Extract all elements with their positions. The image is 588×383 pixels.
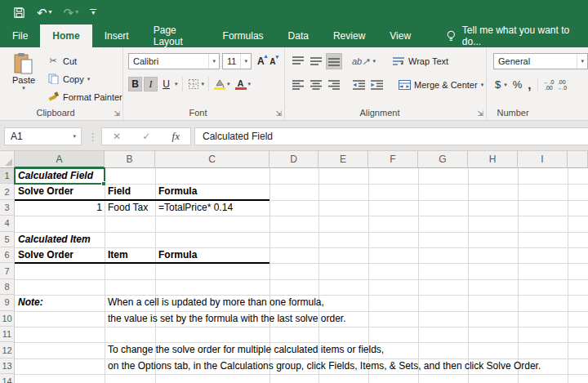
column-header-I[interactable]: I: [518, 151, 568, 168]
cell-B2[interactable]: Field: [108, 184, 153, 199]
number-format-combo[interactable]: General ▾: [493, 53, 588, 69]
top-align-button[interactable]: [290, 53, 306, 69]
column-header-C[interactable]: C: [155, 151, 270, 168]
alignment-dialog-launcher[interactable]: ⇲: [477, 110, 483, 118]
row-header-6[interactable]: 6: [0, 247, 15, 263]
row-header-2[interactable]: 2: [0, 184, 15, 199]
borders-icon[interactable]: [187, 78, 200, 91]
bottom-align-button[interactable]: [326, 53, 342, 69]
cell-A6[interactable]: Solve Order: [18, 247, 102, 263]
currency-caret-icon[interactable]: ▾: [504, 82, 507, 88]
column-header-F[interactable]: F: [368, 151, 418, 168]
row-header-10[interactable]: 10: [0, 311, 15, 327]
cancel-button[interactable]: ✕: [113, 131, 121, 142]
tab-home[interactable]: Home: [40, 24, 91, 47]
wrap-text-button[interactable]: Wrap Text: [390, 54, 450, 69]
row-header-5[interactable]: 5: [0, 232, 15, 247]
cell-B3[interactable]: Food Tax: [108, 200, 153, 216]
undo-caret-icon[interactable]: ▾: [49, 9, 52, 16]
align-center-button[interactable]: [308, 77, 324, 93]
orientation-caret-icon[interactable]: ▾: [372, 58, 376, 65]
customize-quick-access-button[interactable]: ▾: [90, 9, 96, 16]
tab-page-layout[interactable]: Page Layout: [141, 24, 211, 47]
worksheet-grid[interactable]: ABCDEFGHI1234567891011121314Calculated F…: [0, 151, 588, 383]
decrease-decimal-button[interactable]: .00→.0: [556, 79, 567, 91]
row-header-9[interactable]: 9: [0, 295, 15, 310]
font-size-combo[interactable]: 11 ▾: [222, 53, 252, 69]
column-header-G[interactable]: G: [418, 151, 468, 168]
cell-B9[interactable]: When a cell is updated by more than one …: [108, 295, 324, 310]
save-button[interactable]: [13, 7, 25, 19]
increase-decimal-button[interactable]: ←.0.00: [543, 79, 554, 91]
fill-handle[interactable]: [101, 181, 106, 186]
name-box-caret-icon[interactable]: ▾: [68, 133, 81, 140]
decrease-indent-button[interactable]: [350, 77, 367, 93]
comma-style-button[interactable]: ,: [526, 77, 532, 92]
align-left-button[interactable]: [290, 77, 306, 93]
tab-review[interactable]: Review: [321, 24, 377, 47]
column-header-A[interactable]: A: [15, 151, 105, 168]
font-dialog-launcher[interactable]: ⇲: [275, 110, 282, 118]
bold-button[interactable]: B: [128, 77, 142, 91]
cell-B6[interactable]: Item: [108, 247, 153, 263]
fill-color-button[interactable]: [213, 79, 225, 90]
merge-center-caret-icon[interactable]: ▾: [481, 82, 484, 88]
font-name-combo[interactable]: Calibri ▾: [128, 53, 220, 69]
cell-B12[interactable]: To change the solve order for multiple c…: [108, 342, 384, 358]
accounting-format-button[interactable]: $ ▾: [493, 77, 509, 92]
formula-input[interactable]: Calculated Field: [194, 127, 588, 145]
insert-function-button[interactable]: fx: [172, 130, 180, 143]
name-box[interactable]: A1 ▾: [4, 127, 82, 145]
percent-style-button[interactable]: %: [511, 77, 524, 92]
paste-caret-icon[interactable]: ▾: [22, 85, 25, 91]
row-header-4[interactable]: 4: [0, 216, 15, 231]
paste-button[interactable]: Paste ▾: [7, 52, 41, 108]
merge-center-button[interactable]: Merge & Center ▾: [396, 78, 485, 93]
row-header-8[interactable]: 8: [0, 279, 15, 295]
tab-data[interactable]: Data: [276, 24, 321, 47]
select-all-corner[interactable]: [0, 151, 15, 168]
font-color-button[interactable]: A: [235, 79, 247, 90]
tab-formulas[interactable]: Formulas: [211, 24, 276, 47]
column-header-B[interactable]: B: [105, 151, 155, 168]
clipboard-dialog-launcher[interactable]: ⇲: [114, 110, 120, 118]
fill-color-caret-icon[interactable]: ▾: [227, 81, 230, 87]
column-header-D[interactable]: D: [270, 151, 318, 168]
increase-indent-button[interactable]: [368, 77, 385, 93]
tell-me-box[interactable]: Tell me what you want to do...: [446, 24, 588, 47]
increase-font-size-button[interactable]: A▴: [257, 56, 267, 67]
cut-button[interactable]: ✂ Cut: [45, 53, 124, 69]
undo-button[interactable]: ↶ ▾: [37, 7, 52, 19]
row-header-1[interactable]: 1: [0, 168, 15, 184]
cell-A3[interactable]: 1: [18, 200, 102, 216]
font-name-caret-icon[interactable]: ▾: [208, 54, 219, 69]
column-header-E[interactable]: E: [318, 151, 368, 168]
middle-align-button[interactable]: [308, 53, 324, 69]
font-color-caret-icon[interactable]: ▾: [248, 81, 252, 87]
italic-button[interactable]: I: [144, 77, 158, 91]
column-header-partial[interactable]: [568, 151, 588, 168]
row-header-13[interactable]: 13: [0, 359, 15, 374]
tab-file[interactable]: File: [0, 24, 40, 47]
copy-button[interactable]: Copy ▾: [45, 71, 124, 87]
align-right-button[interactable]: [326, 77, 342, 93]
row-header-12[interactable]: 12: [0, 342, 15, 358]
cell-B10[interactable]: the value is set by the formula with the…: [108, 311, 345, 327]
cell-A2[interactable]: Solve Order: [18, 184, 102, 199]
cell-C3[interactable]: =TotalPrice* 0.14: [158, 200, 267, 216]
number-format-caret-icon[interactable]: ▾: [577, 54, 587, 69]
decrease-font-size-button[interactable]: A▾: [270, 56, 278, 66]
row-header-3[interactable]: 3: [0, 200, 15, 216]
row-header-11[interactable]: 11: [0, 327, 15, 342]
cell-A5[interactable]: Calculated Item: [18, 232, 102, 247]
cell-A9[interactable]: Note:: [18, 295, 102, 310]
cell-B13[interactable]: on the Options tab, in the Calculations …: [108, 359, 541, 374]
orientation-button[interactable]: ab↗ ▾: [350, 54, 377, 69]
cell-C6[interactable]: Formula: [158, 247, 267, 263]
underline-caret-icon[interactable]: ▾: [175, 81, 178, 87]
column-header-H[interactable]: H: [468, 151, 518, 168]
borders-caret-icon[interactable]: ▾: [202, 81, 205, 87]
tab-insert[interactable]: Insert: [92, 24, 141, 47]
format-painter-button[interactable]: Format Painter: [45, 89, 124, 105]
underline-button[interactable]: U: [159, 77, 173, 91]
